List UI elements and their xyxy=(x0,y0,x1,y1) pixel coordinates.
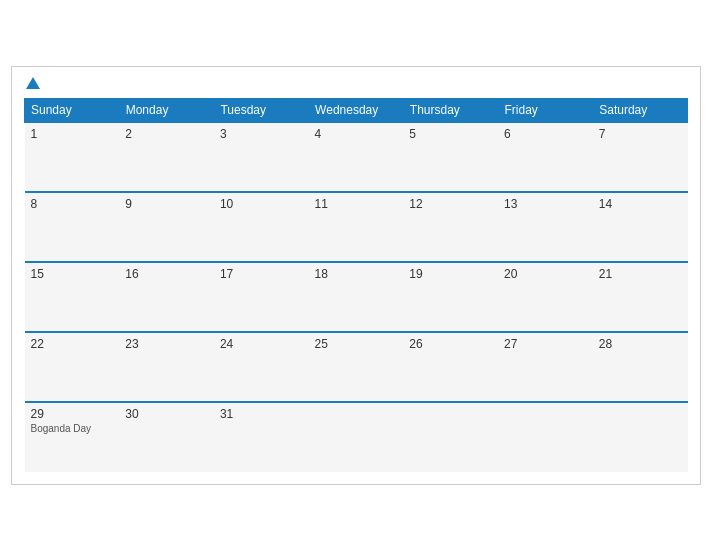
day-cell: 22 xyxy=(25,332,120,402)
day-number: 3 xyxy=(220,127,303,141)
logo xyxy=(24,77,40,90)
day-number: 2 xyxy=(125,127,208,141)
day-cell: 16 xyxy=(119,262,214,332)
day-header-wednesday: Wednesday xyxy=(309,98,404,122)
day-cell: 29Boganda Day xyxy=(25,402,120,472)
day-cell: 13 xyxy=(498,192,593,262)
day-number: 21 xyxy=(599,267,682,281)
day-cell: 12 xyxy=(403,192,498,262)
logo-triangle-icon xyxy=(26,77,40,89)
day-cell: 17 xyxy=(214,262,309,332)
day-cell: 23 xyxy=(119,332,214,402)
day-number: 25 xyxy=(315,337,398,351)
day-number: 30 xyxy=(125,407,208,421)
day-cell: 8 xyxy=(25,192,120,262)
day-cell: 24 xyxy=(214,332,309,402)
day-number: 8 xyxy=(31,197,114,211)
day-number: 14 xyxy=(599,197,682,211)
calendar-container: SundayMondayTuesdayWednesdayThursdayFrid… xyxy=(11,66,701,485)
day-number: 6 xyxy=(504,127,587,141)
week-row-1: 1234567 xyxy=(25,122,688,192)
day-cell xyxy=(498,402,593,472)
day-header-saturday: Saturday xyxy=(593,98,688,122)
day-header-monday: Monday xyxy=(119,98,214,122)
day-cell: 11 xyxy=(309,192,404,262)
day-number: 5 xyxy=(409,127,492,141)
day-cell: 18 xyxy=(309,262,404,332)
day-cell: 6 xyxy=(498,122,593,192)
day-cell: 5 xyxy=(403,122,498,192)
days-header-row: SundayMondayTuesdayWednesdayThursdayFrid… xyxy=(25,98,688,122)
day-cell: 4 xyxy=(309,122,404,192)
day-number: 29 xyxy=(31,407,114,421)
day-cell: 31 xyxy=(214,402,309,472)
day-number: 12 xyxy=(409,197,492,211)
day-number: 4 xyxy=(315,127,398,141)
day-cell: 14 xyxy=(593,192,688,262)
day-header-sunday: Sunday xyxy=(25,98,120,122)
day-cell: 7 xyxy=(593,122,688,192)
day-number: 26 xyxy=(409,337,492,351)
calendar-table: SundayMondayTuesdayWednesdayThursdayFrid… xyxy=(24,98,688,472)
week-row-5: 29Boganda Day3031 xyxy=(25,402,688,472)
day-cell: 26 xyxy=(403,332,498,402)
day-cell: 10 xyxy=(214,192,309,262)
day-cell: 30 xyxy=(119,402,214,472)
logo-blue-text xyxy=(24,77,40,90)
day-cell: 21 xyxy=(593,262,688,332)
day-number: 16 xyxy=(125,267,208,281)
day-number: 17 xyxy=(220,267,303,281)
day-number: 31 xyxy=(220,407,303,421)
day-number: 22 xyxy=(31,337,114,351)
day-number: 10 xyxy=(220,197,303,211)
calendar-header xyxy=(24,77,688,90)
day-cell xyxy=(403,402,498,472)
day-number: 24 xyxy=(220,337,303,351)
day-header-friday: Friday xyxy=(498,98,593,122)
day-number: 13 xyxy=(504,197,587,211)
day-cell xyxy=(309,402,404,472)
week-row-2: 891011121314 xyxy=(25,192,688,262)
holiday-label: Boganda Day xyxy=(31,423,114,434)
day-cell: 1 xyxy=(25,122,120,192)
week-row-4: 22232425262728 xyxy=(25,332,688,402)
day-number: 20 xyxy=(504,267,587,281)
day-header-tuesday: Tuesday xyxy=(214,98,309,122)
day-cell: 28 xyxy=(593,332,688,402)
day-number: 27 xyxy=(504,337,587,351)
day-cell: 19 xyxy=(403,262,498,332)
day-cell: 20 xyxy=(498,262,593,332)
day-cell: 25 xyxy=(309,332,404,402)
day-number: 9 xyxy=(125,197,208,211)
day-header-thursday: Thursday xyxy=(403,98,498,122)
day-number: 28 xyxy=(599,337,682,351)
day-number: 23 xyxy=(125,337,208,351)
week-row-3: 15161718192021 xyxy=(25,262,688,332)
day-number: 18 xyxy=(315,267,398,281)
day-number: 11 xyxy=(315,197,398,211)
day-cell: 3 xyxy=(214,122,309,192)
day-cell: 15 xyxy=(25,262,120,332)
day-number: 19 xyxy=(409,267,492,281)
day-number: 1 xyxy=(31,127,114,141)
day-cell: 9 xyxy=(119,192,214,262)
day-cell: 2 xyxy=(119,122,214,192)
day-number: 7 xyxy=(599,127,682,141)
day-cell: 27 xyxy=(498,332,593,402)
day-number: 15 xyxy=(31,267,114,281)
day-cell xyxy=(593,402,688,472)
